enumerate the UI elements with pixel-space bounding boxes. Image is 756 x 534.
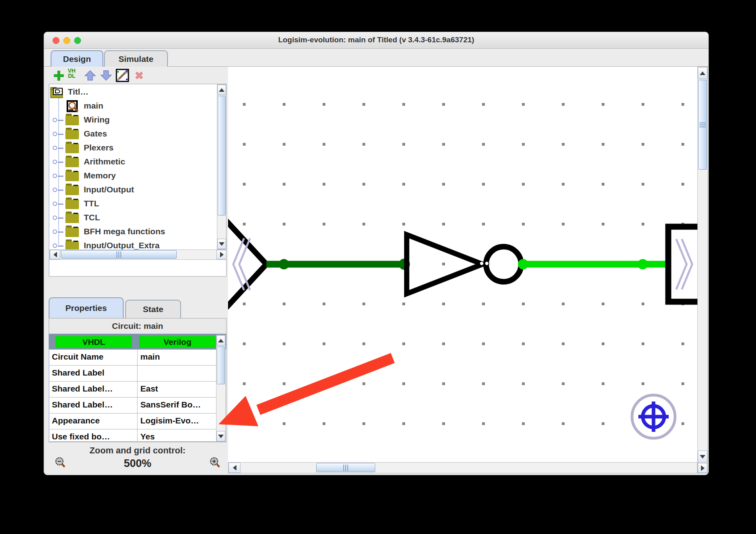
- circuit-canvas[interactable]: [228, 67, 697, 462]
- not-gate-component[interactable]: [407, 235, 521, 294]
- scroll-down-button[interactable]: [217, 431, 225, 441]
- down-arrow-icon: [100, 69, 112, 82]
- input-pin-component[interactable]: [228, 190, 266, 338]
- move-circuit-down-button[interactable]: [100, 68, 112, 83]
- expand-handle-icon[interactable]: [53, 215, 64, 221]
- scroll-down-button[interactable]: [698, 451, 707, 463]
- vhdl-button-label: VHDL: [82, 337, 105, 347]
- row-label: Use fixed bo…: [52, 432, 136, 441]
- tree-item-memory[interactable]: Memory: [49, 170, 217, 183]
- tab-properties-label: Properties: [65, 303, 107, 313]
- scroll-left-button[interactable]: [50, 250, 60, 259]
- wire-low-segment[interactable]: [266, 259, 410, 270]
- tree-item-input-output[interactable]: Input/Output: [49, 184, 217, 197]
- tree-item-label: TCL: [84, 213, 100, 222]
- zoom-in-button[interactable]: [209, 457, 222, 471]
- row-value[interactable]: East: [140, 384, 216, 394]
- tab-simulate[interactable]: Simulate: [104, 50, 168, 67]
- magnifier-minus-icon: [54, 457, 67, 469]
- properties-vertical-scrollbar[interactable]: [216, 335, 226, 442]
- tree-item-project[interactable]: Titl…: [49, 86, 217, 99]
- row-value[interactable]: Yes: [140, 432, 216, 441]
- tree-item-ttl[interactable]: TTL: [49, 198, 217, 211]
- scroll-up-button[interactable]: [217, 335, 225, 346]
- scroll-up-button[interactable]: [217, 85, 226, 95]
- plus-icon: [53, 69, 65, 81]
- tab-simulate-label: Simulate: [118, 54, 154, 64]
- canvas-vertical-scrollbar[interactable]: [697, 67, 708, 462]
- edit-appearance-button[interactable]: [116, 68, 129, 83]
- row-value[interactable]: SansSerif Bo…: [140, 400, 216, 409]
- add-circuit-button[interactable]: [53, 68, 65, 83]
- table-row-shared-label-font[interactable]: Shared Label… SansSerif Bo…: [49, 398, 226, 413]
- scroll-right-button[interactable]: [698, 463, 707, 473]
- tree-item-input-output-extra[interactable]: Input/Output_Extra: [49, 239, 217, 249]
- explorer-tree-panel: Titl… main Wiring: [49, 84, 226, 277]
- tab-design[interactable]: Design: [51, 50, 103, 67]
- wire-high-segment[interactable]: [518, 259, 668, 269]
- title-bar[interactable]: Logisim-evolution: main of Titled (v 3.4…: [44, 32, 709, 49]
- scrollbar-corner[interactable]: [697, 462, 708, 473]
- tree-item-gates[interactable]: Gates: [49, 128, 217, 141]
- tree-item-tcl[interactable]: TCL: [49, 212, 217, 225]
- scroll-down-button[interactable]: [217, 239, 226, 249]
- recenter-crosshair-button[interactable]: [632, 395, 675, 438]
- table-row-use-fixed-box[interactable]: Use fixed bo… Yes: [49, 429, 226, 442]
- properties-panel-header: Circuit: main: [49, 318, 226, 334]
- scrollbar-thumb[interactable]: [217, 346, 225, 384]
- expand-handle-icon[interactable]: [53, 201, 64, 207]
- folder-icon: [65, 214, 79, 223]
- row-label: Circuit Name: [52, 352, 136, 362]
- up-arrow-icon: [84, 69, 96, 82]
- zoom-out-button[interactable]: [54, 457, 67, 471]
- table-row-shared-label[interactable]: Shared Label: [49, 366, 226, 382]
- verilog-button[interactable]: Verilog: [139, 336, 216, 348]
- folder-icon: [65, 200, 79, 209]
- tree-item-label: BFH mega functions: [84, 227, 165, 236]
- tree-horizontal-scrollbar[interactable]: [49, 249, 226, 260]
- window-title: Logisim-evolution: main of Titled (v 3.4…: [44, 36, 709, 44]
- expand-handle-icon[interactable]: [53, 187, 64, 193]
- expand-handle-icon[interactable]: [53, 173, 64, 179]
- output-pin-component[interactable]: [668, 227, 697, 302]
- expand-handle-icon[interactable]: [53, 117, 64, 123]
- delete-circuit-button[interactable]: [133, 68, 145, 83]
- table-row-shared-label-facing[interactable]: Shared Label… East: [49, 382, 226, 398]
- zoom-slider-thumb[interactable]: [131, 475, 147, 475]
- add-vhdl-entity-button[interactable]: VH DL: [68, 68, 75, 83]
- expand-handle-icon[interactable]: [53, 229, 64, 235]
- scrollbar-thumb[interactable]: [61, 250, 177, 259]
- scroll-left-button[interactable]: [228, 463, 240, 473]
- scrollbar-thumb[interactable]: [218, 96, 226, 216]
- row-label: Shared Label…: [52, 400, 136, 409]
- tree-item-main[interactable]: main: [49, 100, 217, 113]
- tree-item-label: Input/Output: [84, 185, 134, 194]
- tab-properties[interactable]: Properties: [49, 297, 124, 318]
- row-value[interactable]: Logisim-Evo…: [140, 416, 216, 425]
- table-row-circuit-name[interactable]: Circuit Name main: [49, 350, 226, 366]
- vhdl-button[interactable]: VHDL: [55, 336, 132, 348]
- tree-item-bfh-mega-functions[interactable]: BFH mega functions: [49, 225, 217, 239]
- tree-item-wiring[interactable]: Wiring: [49, 114, 217, 127]
- canvas-horizontal-scrollbar[interactable]: [228, 462, 697, 473]
- expand-handle-icon[interactable]: [53, 131, 64, 137]
- folder-icon: [65, 116, 79, 125]
- tree-item-arithmetic[interactable]: Arithmetic: [49, 156, 217, 169]
- tree-item-plexers[interactable]: Plexers: [49, 142, 217, 155]
- row-label: Shared Label…: [52, 384, 136, 394]
- expand-handle-icon[interactable]: [53, 159, 64, 165]
- scroll-right-button[interactable]: [217, 250, 226, 259]
- table-row-appearance[interactable]: Appearance Logisim-Evo…: [49, 413, 226, 429]
- scrollbar-thumb[interactable]: [316, 463, 375, 472]
- tab-state[interactable]: State: [125, 300, 181, 318]
- tree-item-label: Wiring: [84, 115, 110, 125]
- row-value[interactable]: main: [140, 352, 216, 362]
- expand-handle-icon[interactable]: [53, 145, 64, 151]
- scrollbar-thumb[interactable]: [698, 80, 707, 170]
- move-circuit-up-button[interactable]: [84, 68, 96, 83]
- expand-handle-icon[interactable]: [53, 243, 64, 249]
- folder-icon: [65, 227, 79, 237]
- tree-vertical-scrollbar[interactable]: [217, 84, 226, 249]
- tree-item-label: Arithmetic: [84, 157, 125, 166]
- scroll-up-button[interactable]: [698, 67, 707, 79]
